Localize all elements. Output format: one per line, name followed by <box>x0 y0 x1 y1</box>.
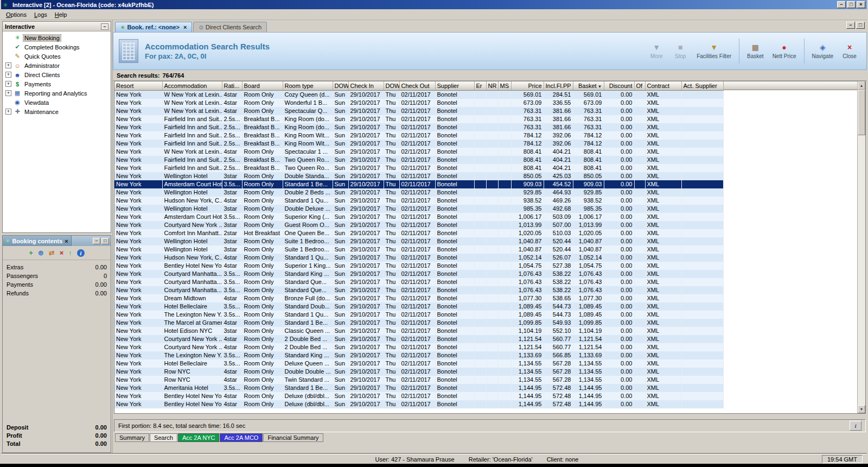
cell-resort[interactable]: New York <box>114 172 162 180</box>
cell-check-out[interactable]: 02/11/2017 <box>399 262 435 270</box>
cell-accommodation[interactable]: Ameritania Hotel <box>162 384 222 392</box>
cell-price[interactable]: 985.35 <box>511 205 544 213</box>
cell-dow[interactable]: Thu <box>384 237 399 245</box>
cell-nr[interactable] <box>486 213 498 221</box>
cell-resort[interactable]: New York <box>114 262 162 270</box>
cell-rati[interactable]: 3.5s... <box>222 351 242 359</box>
sidebar-item-quick-quotes[interactable]: ✎Quick Quotes <box>3 52 111 61</box>
cell-act-supplier[interactable] <box>681 302 723 311</box>
cell-contract[interactable]: XML <box>645 400 681 408</box>
cell-act-supplier[interactable] <box>681 205 723 213</box>
cell-act-supplier[interactable] <box>681 90 723 99</box>
cell-contract[interactable]: XML <box>645 90 681 99</box>
cell-rati[interactable]: 4star <box>222 90 242 99</box>
cell-nr[interactable] <box>486 229 498 237</box>
cell-ms[interactable] <box>498 197 511 205</box>
cell-nr[interactable] <box>486 311 498 319</box>
cell-supplier[interactable]: Bonotel <box>435 286 474 294</box>
cell-check-in[interactable]: 29/10/2017 <box>348 148 384 156</box>
cell-supplier[interactable]: Bonotel <box>435 148 474 156</box>
cell-incl-fl-pp[interactable]: 520.44 <box>544 237 573 245</box>
cell-incl-fl-pp[interactable]: 503.09 <box>544 213 573 221</box>
cell-board[interactable]: Breakfast B... <box>242 115 283 123</box>
cell-price[interactable]: 763.31 <box>511 115 544 123</box>
booking-item-payments[interactable]: Payments0.00 <box>7 280 107 289</box>
scroll-up-icon[interactable]: ▲ <box>858 81 865 90</box>
cell-supplier[interactable]: Bonotel <box>435 343 474 351</box>
cell-board[interactable]: Room Only <box>242 400 283 408</box>
cell-of[interactable] <box>634 148 645 156</box>
cell-check-out[interactable]: 02/11/2017 <box>399 237 435 245</box>
cell-accommodation[interactable]: Fairfield Inn and Suit... <box>162 140 222 148</box>
cell-price[interactable]: 808.41 <box>511 148 544 156</box>
cell-check-out[interactable]: 02/11/2017 <box>399 156 435 164</box>
cell-of[interactable] <box>634 294 645 302</box>
table-row[interactable]: New YorkCourtyard New York ...4starRoom … <box>114 343 723 351</box>
mdi-minimize-button[interactable]: − <box>846 22 855 29</box>
bottom-tab-summary[interactable]: Summary <box>115 433 149 442</box>
cell-supplier[interactable]: Bonotel <box>435 351 474 359</box>
cell-dow[interactable]: Thu <box>384 115 399 123</box>
cell-room-type[interactable]: King Room (do... <box>283 115 333 123</box>
cell-supplier[interactable]: Bonotel <box>435 107 474 115</box>
cell-board[interactable]: Room Only <box>242 392 283 400</box>
cell-dow[interactable]: Thu <box>384 392 399 400</box>
column-header-dow[interactable]: DOW <box>333 81 348 90</box>
cell-dow[interactable]: Thu <box>384 270 399 278</box>
cell-supplier[interactable]: Bonotel <box>435 392 474 400</box>
cell-check-out[interactable]: 02/11/2017 <box>399 351 435 359</box>
table-row[interactable]: New YorkFairfield Inn and Suit...2.5s...… <box>114 131 723 140</box>
cell-incl-fl-pp[interactable]: 336.55 <box>544 99 573 107</box>
cell-dow[interactable]: Thu <box>384 172 399 180</box>
cell-er[interactable] <box>474 262 486 270</box>
cell-basket[interactable]: 569.01 <box>573 90 604 99</box>
cell-price[interactable]: 938.52 <box>511 197 544 205</box>
cell-resort[interactable]: New York <box>114 400 162 408</box>
booking-item-extras[interactable]: Extras0.00 <box>7 263 107 272</box>
cell-act-supplier[interactable] <box>681 164 723 172</box>
cell-of[interactable] <box>634 205 645 213</box>
cell-resort[interactable]: New York <box>114 156 162 164</box>
sidebar-item-maintenance[interactable]: +✚Maintenance <box>3 107 111 116</box>
cell-er[interactable] <box>474 270 486 278</box>
cell-er[interactable] <box>474 140 486 148</box>
cell-resort[interactable]: New York <box>114 343 162 351</box>
cell-accommodation[interactable]: Fairfield Inn and Suit... <box>162 115 222 123</box>
cell-supplier[interactable]: Bonotel <box>435 221 474 229</box>
cell-dow[interactable]: Sun <box>333 294 348 302</box>
cell-resort[interactable]: New York <box>114 294 162 302</box>
cell-room-type[interactable]: Two Queen Ro... <box>283 156 333 164</box>
cell-check-in[interactable]: 29/10/2017 <box>348 319 384 327</box>
cell-dow[interactable]: Sun <box>333 392 348 400</box>
cell-act-supplier[interactable] <box>681 213 723 221</box>
cell-resort[interactable]: New York <box>114 311 162 319</box>
cell-ms[interactable] <box>498 123 511 131</box>
cell-board[interactable]: Room Only <box>242 205 283 213</box>
cell-room-type[interactable]: Deluxe (dbl/dbl... <box>283 400 333 408</box>
cell-of[interactable] <box>634 180 645 188</box>
cell-dow[interactable]: Sun <box>333 99 348 107</box>
cell-of[interactable] <box>634 197 645 205</box>
cell-price[interactable]: 1,076.43 <box>511 278 544 286</box>
cell-check-out[interactable]: 02/11/2017 <box>399 180 435 188</box>
cell-supplier[interactable]: Bonotel <box>435 278 474 286</box>
cell-of[interactable] <box>634 302 645 311</box>
cell-check-in[interactable]: 29/10/2017 <box>348 197 384 205</box>
cell-dow[interactable]: Thu <box>384 368 399 376</box>
cell-price[interactable]: 929.85 <box>511 188 544 197</box>
cell-discount[interactable]: 0.00 <box>604 343 634 351</box>
cell-dow[interactable]: Thu <box>384 327 399 335</box>
cell-nr[interactable] <box>486 156 498 164</box>
cell-act-supplier[interactable] <box>681 148 723 156</box>
cell-basket[interactable]: 985.35 <box>573 205 604 213</box>
bottom-tab-acc-2a-mco[interactable]: Acc 2A MCO <box>220 433 263 442</box>
cell-dow[interactable]: Thu <box>384 180 399 188</box>
cell-of[interactable] <box>634 164 645 172</box>
cell-discount[interactable]: 0.00 <box>604 197 634 205</box>
cell-act-supplier[interactable] <box>681 384 723 392</box>
cell-check-out[interactable]: 02/11/2017 <box>399 302 435 311</box>
cell-price[interactable]: 1,134.55 <box>511 359 544 368</box>
cell-discount[interactable]: 0.00 <box>604 384 634 392</box>
cell-er[interactable] <box>474 335 486 343</box>
cell-supplier[interactable]: Bonotel <box>435 229 474 237</box>
